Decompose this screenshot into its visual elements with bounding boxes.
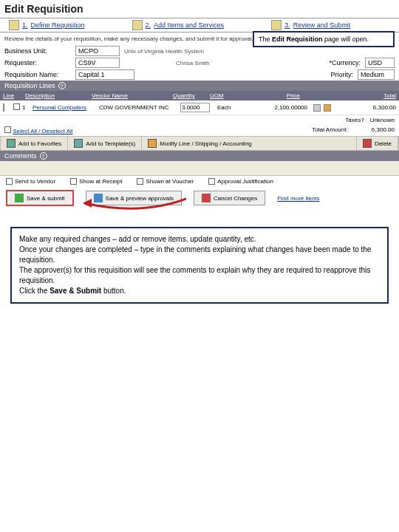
table-header: Line Description Vendor Name Quantity UO… (0, 91, 399, 100)
row-requester: Requester: Chrisa Smith *Currency: (0, 57, 399, 69)
approval-just-check[interactable]: Approval Justification (208, 178, 273, 185)
comments-bar: Comments ? (0, 151, 399, 161)
cancel-icon (202, 194, 211, 202)
help-icon[interactable]: ? (58, 82, 66, 89)
currency-input[interactable] (365, 58, 395, 68)
add-template-button[interactable]: Add to Template(s) (68, 137, 142, 150)
annotation-arrow (83, 197, 186, 219)
intro-row: Review the details of your requisition, … (0, 33, 399, 45)
modify-line-button[interactable]: Modify Line / Shipping / Accounting (142, 137, 357, 150)
wizard-step-2[interactable]: 2.Add Items and Services (123, 18, 233, 32)
comments-textarea[interactable] (0, 161, 399, 176)
step-icon (271, 20, 282, 30)
show-voucher-check[interactable]: Shown at Voucher (137, 178, 194, 185)
delete-icon (363, 139, 372, 148)
modify-icon (148, 139, 157, 148)
save-submit-button[interactable]: Save & submit (6, 190, 74, 206)
send-vendor-check[interactable]: Send to Vendor (6, 178, 55, 185)
help-icon[interactable]: ? (40, 152, 47, 160)
line-toolbar: Add to Favorites Add to Template(s) Modi… (0, 136, 399, 151)
priority-select[interactable] (358, 69, 395, 80)
save-icon (15, 194, 24, 202)
comment-icon[interactable] (324, 104, 331, 112)
row-req-name: Requisition Name: Priority: (0, 69, 399, 81)
expand-icon[interactable] (3, 103, 4, 112)
qty-input[interactable] (180, 103, 210, 112)
options-row: Send to Vendor Show at Receipt Shown at … (0, 176, 399, 187)
step-icon (9, 20, 19, 30)
delete-button[interactable]: Delete (357, 137, 398, 150)
table-row: 1 Personal Computers CDW GOVERNMENT INC … (0, 100, 399, 115)
desc-link[interactable]: Personal Computers (30, 104, 96, 111)
action-row: Save & submit Save & preview approvals C… (0, 187, 399, 209)
add-favorites-button[interactable]: Add to Favorites (1, 137, 68, 150)
taxes-row: Taxes? Unknown (0, 115, 399, 125)
req-lines-bar: Requisition Lines ? (0, 81, 399, 91)
callout-main: Make any required changes – add or remov… (10, 227, 389, 304)
wizard-step-1[interactable]: 1.Define Requisition (0, 18, 94, 32)
page-title: Edit Requisition (0, 0, 399, 18)
favorite-icon (7, 139, 16, 148)
svg-marker-0 (83, 199, 92, 208)
show-receipt-check[interactable]: Show at Receipt (70, 178, 122, 185)
business-unit-input[interactable] (75, 46, 120, 56)
req-name-input[interactable] (75, 69, 134, 80)
wizard-step-3[interactable]: 3.Review and Submit (262, 18, 359, 32)
find-more-link[interactable]: Find more items (277, 195, 319, 202)
callout-top: The Edit Requisition page will open. (253, 31, 395, 47)
step-icon (132, 20, 143, 30)
template-icon (74, 139, 83, 148)
select-all-link[interactable]: Select All / Deselect All (13, 128, 72, 134)
select-all-checkbox[interactable] (4, 126, 11, 133)
select-all-row: Select All / Deselect All Total Amount: … (0, 125, 399, 136)
cancel-button[interactable]: Cancel Changes (194, 191, 265, 205)
detail-icon[interactable] (313, 104, 321, 112)
requester-input[interactable] (75, 58, 120, 68)
